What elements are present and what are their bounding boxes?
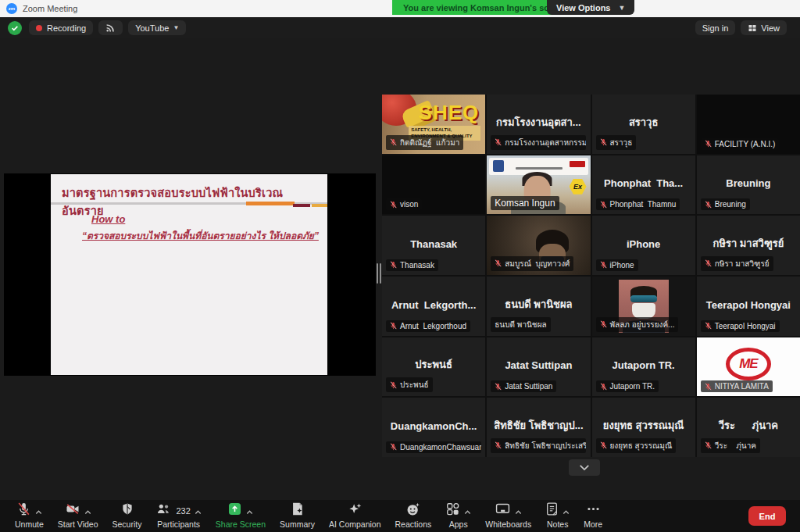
participant-name: Jutaporn TR.: [610, 382, 655, 391]
end-button[interactable]: End: [748, 506, 786, 526]
caret-up-icon[interactable]: [35, 504, 42, 518]
face-mask-icon: [632, 303, 655, 319]
participant-tile[interactable]: iPhoneiPhone: [592, 216, 695, 275]
participant-tile[interactable]: กรมโรงงานอุตสา...กรมโรงงานอุตสาหกรรม: [487, 95, 590, 154]
mic-muted-icon: [390, 138, 397, 146]
participant-tile[interactable]: ThanasakThanasak: [382, 216, 485, 275]
participant-name: ประพนธ์: [400, 379, 429, 391]
participant-tile[interactable]: Arnut Lekgorth...Arnut Lekgorthoud: [382, 277, 485, 336]
participant-display-name: Thanasak: [382, 238, 485, 250]
participant-name: พัลลภ อยู่บรรยงค์...: [610, 319, 675, 330]
toolbar-more-button[interactable]: More: [577, 500, 609, 532]
participant-tile[interactable]: สราวุธสราวุธ: [592, 95, 695, 154]
participant-name: Teerapol Hongyai: [715, 322, 776, 330]
toolbar-whiteboards-button[interactable]: Whiteboards: [478, 500, 538, 532]
participant-tile[interactable]: BreuningBreuning: [697, 155, 800, 215]
caret-up-icon[interactable]: [195, 504, 202, 518]
view-options-label: View Options: [556, 3, 610, 12]
participant-tile[interactable]: กษิรา มาสวิฑูรย์กษิรา มาสวิฑูรย์: [697, 216, 800, 275]
toolbar-security-button[interactable]: Security: [105, 500, 149, 532]
mic-muted-icon: [600, 201, 607, 209]
participant-name-label: FACILITY (A.N.I.): [701, 138, 780, 150]
caret-up-icon[interactable]: [246, 504, 253, 518]
recording-indicator[interactable]: Recording: [29, 20, 93, 35]
view-label: View: [761, 23, 780, 33]
participant-name: vison: [400, 200, 418, 209]
participant-name-label: กรมโรงงานอุตสาหกรรม: [491, 135, 586, 150]
toolbar-participants-button[interactable]: 232Participants: [148, 500, 208, 532]
participant-tile[interactable]: DuangkamonCh...DuangkamonChawsuan: [382, 398, 485, 457]
participant-name: ธนบดี พานิชผล: [495, 319, 546, 330]
toolbar-button-label: Whiteboards: [485, 520, 531, 529]
participant-tile[interactable]: ประพนธ์ประพนธ์: [382, 337, 485, 397]
participant-tile[interactable]: Jutaporn TR.Jutaporn TR.: [592, 337, 695, 397]
toolbar-button-label: Summary: [280, 520, 315, 529]
live-stream-indicator[interactable]: [98, 20, 123, 35]
participant-tile[interactable]: ธนบดี พานิชผลธนบดี พานิชผล: [487, 277, 590, 336]
participant-name-label: Jutaporn TR.: [596, 380, 659, 392]
participant-name-label: ประพนธ์: [386, 377, 433, 392]
toolbar-share-screen-button[interactable]: Share Screen: [209, 500, 273, 532]
chevron-down-icon[interactable]: ▼: [618, 4, 625, 12]
participant-tile[interactable]: Jatat SuttipanJatat Suttipan: [487, 337, 590, 397]
participant-name: Breuning: [715, 200, 746, 209]
participant-tile[interactable]: Phonphat Tha...Phonphat Thamnu: [592, 155, 695, 215]
sign-in-button[interactable]: Sign in: [695, 20, 736, 35]
participant-tile[interactable]: Ex Komsan Ingun: [487, 155, 590, 215]
participant-display-name: วีระ ภุ่นาค: [697, 417, 800, 434]
participant-tile[interactable]: สมบูรณ์ บุญทาวงศ์: [487, 216, 590, 275]
meeting-stage: มาตรฐานการตรวจสอบระบบไฟฟ้าในบริเวณอันตรา…: [0, 38, 800, 500]
share-screen-icon: [227, 502, 242, 520]
gallery-next-page-button[interactable]: [569, 459, 600, 476]
view-options-button[interactable]: View Options ▼: [547, 0, 634, 15]
apps-icon: [445, 502, 460, 520]
participant-display-name: สิทธิชัย โพธิชาญป...: [487, 417, 590, 434]
caret-up-icon[interactable]: [84, 504, 91, 518]
toolbar-start-video-button[interactable]: Start Video: [51, 500, 105, 532]
caret-up-icon[interactable]: [464, 504, 471, 518]
participant-tile[interactable]: Teerapol HongyaiTeerapol Hongyai: [697, 277, 800, 336]
participant-tile[interactable]: สิทธิชัย โพธิชาญป...สิทธิชัย โพธิชาญประเ…: [487, 398, 590, 457]
participant-tile[interactable]: vison: [382, 155, 485, 215]
participant-tile[interactable]: วีระ ภุ่นาควีระ ภุ่นาค: [697, 398, 800, 457]
participant-display-name: ยงยุทธ สุวรรณมุณี: [592, 417, 695, 434]
participant-name-label: กิตติณัฏฐ์ แก้วมา: [386, 135, 463, 150]
toolbar-ai-companion-button[interactable]: AI Companion: [322, 500, 388, 532]
participant-name: วีระ ภุ่นาค: [715, 440, 756, 452]
toolbar-summary-button[interactable]: Summary: [273, 500, 322, 532]
participant-tile[interactable]: SHEQ SAFETY, HEALTH, ENVIRONMENT & QUALI…: [382, 95, 485, 154]
mic-muted-icon: [705, 201, 712, 209]
panel-resize-handle[interactable]: [376, 263, 382, 284]
participant-name: กิตติณัฏฐ์ แก้วมา: [400, 137, 459, 148]
participant-tile[interactable]: พัลลภ อยู่บรรยงค์...: [592, 277, 695, 336]
participant-name: กษิรา มาสวิฑูรย์: [715, 258, 770, 270]
toolbar-unmute-button[interactable]: Unmute: [8, 500, 51, 532]
participant-tile[interactable]: FACILITY (A.N.I.): [697, 95, 800, 154]
participant-display-name: สราวุธ: [592, 114, 695, 130]
caret-up-icon[interactable]: [515, 504, 522, 518]
zoom-app: zm Zoom Meeting You are viewing Komsan I…: [0, 0, 800, 532]
toolbar-reactions-button[interactable]: Reactions: [388, 500, 439, 532]
whiteboards-icon: [495, 502, 511, 520]
participant-tile[interactable]: ยงยุทธ สุวรรณมุณียงยุทธ สุวรรณมุณี: [592, 398, 695, 457]
mic-muted-icon: [600, 138, 607, 146]
participant-name: NITIYA LAMITA: [715, 382, 769, 391]
meeting-toolbar: UnmuteStart VideoSecurity232Participants…: [0, 500, 800, 532]
view-button[interactable]: View: [741, 20, 787, 35]
mic-muted-icon: [390, 322, 397, 330]
toolbar-button-label: Share Screen: [216, 520, 266, 529]
participant-name-label: Jatat Suttipan: [491, 380, 556, 392]
participant-tile[interactable]: MENITIYA LAMITA: [697, 337, 800, 397]
caret-up-icon[interactable]: [562, 504, 570, 518]
participant-name-label: vison: [386, 198, 422, 210]
encryption-shield-icon[interactable]: [8, 21, 22, 35]
participant-name-label: ยงยุทธ สุวรรณมุณี: [596, 438, 677, 453]
toolbar-apps-button[interactable]: Apps: [438, 500, 478, 532]
toolbar-button-label: Apps: [449, 520, 468, 529]
participant-name: FACILITY (A.N.I.): [715, 140, 776, 148]
youtube-stream-button[interactable]: YouTube ▼: [128, 20, 186, 35]
toolbar-notes-button[interactable]: Notes: [538, 500, 577, 532]
meeting-menubar: Recording YouTube ▼ Sign in View: [0, 17, 800, 38]
participant-display-name: iPhone: [592, 238, 695, 250]
me-logo-icon: ME: [726, 348, 771, 380]
